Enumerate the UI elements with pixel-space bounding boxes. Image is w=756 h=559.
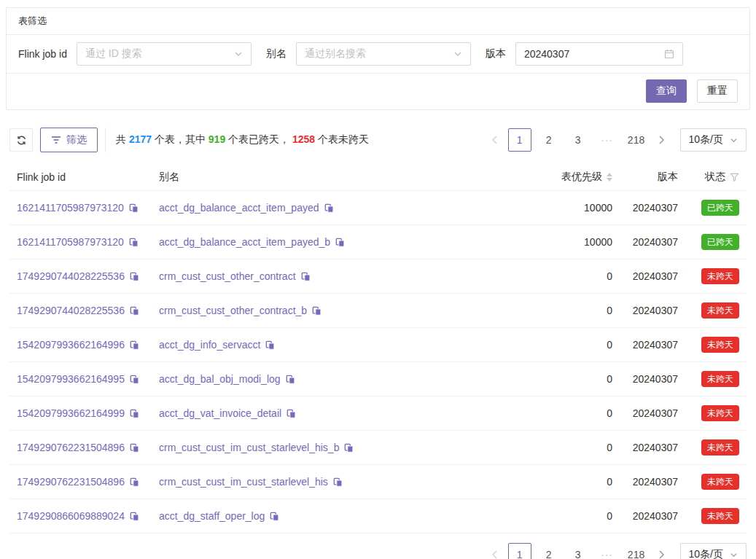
priority-value: 10000 bbox=[531, 225, 620, 259]
reset-button[interactable]: 重置 bbox=[697, 79, 738, 103]
job-id-link[interactable]: 1621411705987973120 bbox=[17, 236, 124, 248]
priority-value: 0 bbox=[531, 328, 620, 362]
next-page-button[interactable] bbox=[651, 543, 671, 559]
alias-link[interactable]: crm_cust_cust_other_contract_b bbox=[159, 305, 307, 316]
copy-icon[interactable] bbox=[130, 512, 139, 521]
page-number-3[interactable]: 3 bbox=[566, 128, 590, 152]
table-row: 1542097993662164999 acct_dg_vat_invoice_… bbox=[9, 396, 747, 431]
job-id-link[interactable]: 1542097993662164996 bbox=[17, 339, 125, 351]
copy-icon[interactable] bbox=[312, 306, 322, 316]
copy-icon[interactable] bbox=[130, 272, 139, 281]
alias-select[interactable]: 通过别名搜索 bbox=[296, 42, 471, 66]
copy-icon[interactable] bbox=[130, 340, 139, 350]
table-row: 1621411705987973120 acct_dg_balance_acct… bbox=[9, 191, 747, 225]
copy-icon[interactable] bbox=[301, 272, 311, 281]
copy-icon[interactable] bbox=[129, 203, 139, 213]
page-number-2[interactable]: 2 bbox=[537, 543, 561, 559]
page-number-3[interactable]: 3 bbox=[566, 543, 590, 559]
job-id-link[interactable]: 1749290744028225536 bbox=[17, 270, 125, 282]
pagination-pages: 123···218 bbox=[505, 543, 651, 559]
alias-link[interactable]: acct_dg_info_servacct bbox=[159, 339, 260, 351]
copy-icon[interactable] bbox=[265, 340, 275, 350]
version-date-input[interactable]: 20240307 bbox=[515, 42, 683, 66]
status-badge: 未跨天 bbox=[701, 474, 739, 490]
table-row: 1621411705987973120 acct_dg_balance_acct… bbox=[9, 225, 747, 259]
page-number-218[interactable]: 218 bbox=[625, 543, 648, 559]
version-value: 20240307 bbox=[620, 396, 685, 431]
alias-link[interactable]: acct_dg_bal_obj_modi_log bbox=[159, 373, 281, 385]
filter-funnel-icon[interactable] bbox=[730, 173, 739, 182]
alias-link[interactable]: crm_cust_cust_other_contract bbox=[159, 270, 296, 282]
table-row: 1749290762231504896 crm_cust_cust_im_cus… bbox=[9, 465, 747, 499]
panel-title: 表筛选 bbox=[7, 8, 749, 35]
status-badge: 未跨天 bbox=[701, 302, 739, 318]
copy-icon[interactable] bbox=[270, 512, 279, 521]
next-page-button[interactable] bbox=[651, 128, 671, 152]
refresh-button[interactable] bbox=[9, 128, 33, 152]
copy-icon[interactable] bbox=[324, 203, 334, 213]
pagination: 123···218 10条/页 bbox=[485, 543, 747, 559]
version-value: 20240307 bbox=[620, 499, 685, 533]
copy-icon[interactable] bbox=[286, 375, 295, 384]
job-id-link[interactable]: 1542097993662164999 bbox=[17, 407, 125, 419]
sort-icon[interactable] bbox=[607, 173, 612, 181]
chevron-down-icon bbox=[730, 551, 738, 559]
alias-placeholder: 通过别名搜索 bbox=[305, 47, 453, 60]
priority-value: 0 bbox=[531, 396, 620, 431]
job-id-link[interactable]: 1621411705987973120 bbox=[17, 202, 124, 214]
version-value: 20240307 bbox=[620, 465, 685, 499]
copy-icon[interactable] bbox=[130, 477, 139, 487]
alias-link[interactable]: acct_dg_balance_acct_item_payed bbox=[159, 202, 319, 214]
alias-link[interactable]: crm_cust_cust_im_cust_starlevel_his bbox=[159, 476, 328, 488]
page-number-1[interactable]: 1 bbox=[508, 543, 531, 559]
table-row: 1542097993662164995 acct_dg_bal_obj_modi… bbox=[9, 362, 747, 396]
copy-icon[interactable] bbox=[130, 409, 139, 418]
chevron-down-icon bbox=[234, 50, 243, 58]
pagination-pages: 123···218 bbox=[505, 128, 651, 152]
copy-icon[interactable] bbox=[287, 409, 296, 418]
page-size-select[interactable]: 10条/页 bbox=[680, 128, 747, 152]
job-id-link[interactable]: 1749290866069889024 bbox=[17, 510, 125, 522]
flink-job-id-select[interactable]: 通过 ID 搜索 bbox=[77, 42, 252, 66]
priority-value: 0 bbox=[531, 259, 620, 294]
job-id-link[interactable]: 1749290744028225536 bbox=[17, 305, 125, 316]
alias-link[interactable]: crm_cust_cust_im_cust_starlevel_his_b bbox=[159, 442, 339, 453]
column-status[interactable]: 状态 bbox=[685, 164, 747, 191]
pagination: 123···218 10条/页 bbox=[485, 128, 747, 152]
column-priority[interactable]: 表优先级 bbox=[531, 164, 620, 191]
version-value: 20240307 bbox=[620, 259, 685, 294]
copy-icon[interactable] bbox=[130, 306, 139, 316]
page-ellipsis[interactable]: ··· bbox=[596, 128, 619, 152]
copy-icon[interactable] bbox=[130, 443, 139, 453]
copy-icon[interactable] bbox=[335, 238, 345, 247]
table-row: 1749290744028225536 crm_cust_cust_other_… bbox=[9, 294, 747, 328]
alias-link[interactable]: acct_dg_staff_oper_log bbox=[159, 510, 265, 522]
tables-list: Flink job id 别名 表优先级 版本 状态 bbox=[9, 164, 747, 533]
total-count: 2177 bbox=[129, 133, 152, 145]
job-id-link[interactable]: 1749290762231504896 bbox=[17, 442, 125, 453]
page-number-1[interactable]: 1 bbox=[508, 128, 531, 152]
version-value: 20240307 bbox=[620, 294, 685, 328]
priority-value: 0 bbox=[531, 499, 620, 533]
alias-label: 别名 bbox=[266, 47, 287, 60]
alias-link[interactable]: acct_dg_balance_acct_item_payed_b bbox=[159, 236, 330, 248]
filter-button-label: 筛选 bbox=[66, 133, 87, 146]
query-button[interactable]: 查询 bbox=[646, 79, 687, 103]
copy-icon[interactable] bbox=[344, 443, 354, 453]
job-id-link[interactable]: 1542097993662164995 bbox=[17, 373, 125, 385]
filter-button[interactable]: 筛选 bbox=[40, 128, 98, 152]
page-number-2[interactable]: 2 bbox=[537, 128, 561, 152]
page-number-218[interactable]: 218 bbox=[625, 128, 648, 152]
copy-icon[interactable] bbox=[333, 477, 343, 487]
status-badge: 已跨天 bbox=[701, 200, 739, 216]
copy-icon[interactable] bbox=[130, 375, 139, 384]
page-ellipsis[interactable]: ··· bbox=[596, 543, 619, 559]
column-version: 版本 bbox=[620, 164, 685, 191]
prev-page-button[interactable] bbox=[485, 128, 505, 152]
alias-link[interactable]: acct_dg_vat_invoice_detail bbox=[159, 407, 281, 419]
page-size-select[interactable]: 10条/页 bbox=[680, 543, 747, 559]
copy-icon[interactable] bbox=[129, 238, 139, 247]
prev-page-button[interactable] bbox=[485, 543, 505, 559]
job-id-link[interactable]: 1749290762231504896 bbox=[17, 476, 125, 488]
table-row: 1542097993662164996 acct_dg_info_servacc… bbox=[9, 328, 747, 362]
